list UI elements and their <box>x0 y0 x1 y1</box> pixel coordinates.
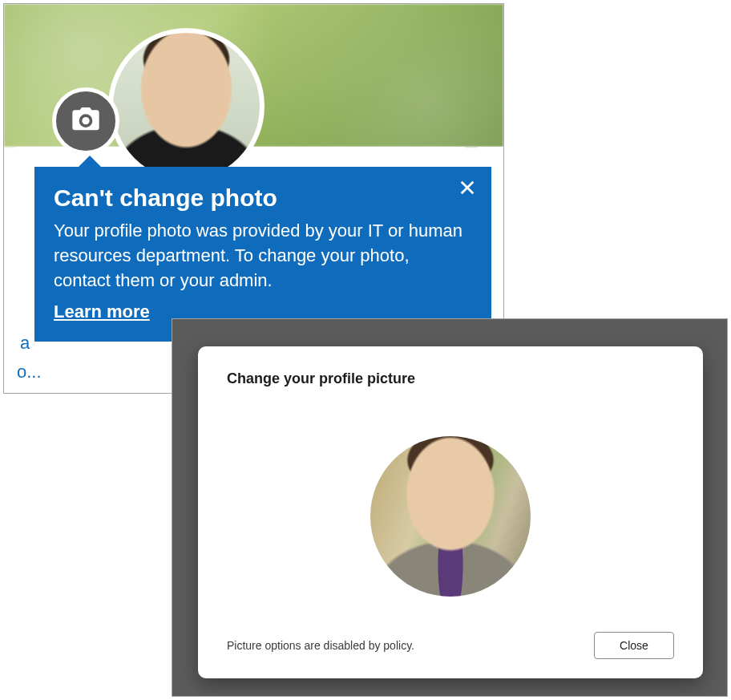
callout-close-button[interactable] <box>456 178 479 200</box>
dialog-footer: Picture options are disabled by policy. … <box>227 632 674 659</box>
close-button-label: Close <box>620 639 648 652</box>
close-button[interactable]: Close <box>594 632 674 659</box>
truncated-text-a: a <box>20 333 30 354</box>
profile-avatar <box>108 28 265 184</box>
change-picture-dialog: Change your profile picture Picture opti… <box>198 346 703 678</box>
learn-more-link[interactable]: Learn more <box>54 301 150 322</box>
change-photo-button[interactable] <box>52 87 119 155</box>
close-icon <box>458 179 476 200</box>
callout-body: Your profile photo was provided by your … <box>54 218 469 293</box>
callout-title: Can't change photo <box>54 184 469 212</box>
dialog-avatar <box>370 436 531 597</box>
dialog-title: Change your profile picture <box>227 370 674 387</box>
policy-disabled-message: Picture options are disabled by policy. <box>227 639 414 652</box>
cant-change-photo-callout: Can't change photo Your profile photo wa… <box>34 167 491 342</box>
truncated-text-o: o... <box>17 362 42 382</box>
camera-icon <box>70 103 102 139</box>
dialog-overlay-panel: s, se e be Change your profile picture P… <box>172 318 728 697</box>
